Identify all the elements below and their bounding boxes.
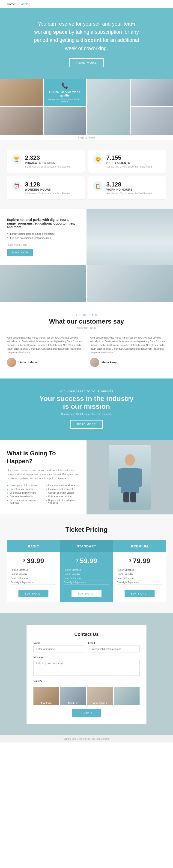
gallery-cell-7 [131, 107, 173, 135]
nav-landing[interactable]: Landing [20, 2, 30, 6]
explore-right-image [86, 209, 173, 265]
feature-basic-1: Hours Everyday [11, 572, 56, 576]
buy-ticket-standart-button[interactable]: BUY TICKET [71, 590, 102, 597]
explore-title: Explore national parks with digital tour… [7, 218, 79, 229]
feature-basic-2: Band Performance [11, 576, 56, 581]
testimonial-author-0: Linda Hudson [7, 358, 83, 367]
svg-rect-2 [118, 468, 123, 487]
what-section: What Is Going To Happen? Ut enim ad mini… [0, 440, 173, 515]
price-body-basic: $ 39.99 Person Entrance Hours Everyday B… [7, 552, 60, 602]
pricing-grid: Basic $ 39.99 Person Entrance Hours Ever… [7, 540, 166, 602]
price-amount-premium: $ 79.99 [117, 557, 162, 565]
what-item-r3: Duis aute irure dolor in [46, 495, 80, 499]
book-now-button[interactable]: BOOK NOW [7, 249, 33, 256]
what-item-r2: Ut enim ad minim veniam [46, 492, 80, 495]
buy-ticket-basic-button[interactable]: BUY TICKET [19, 590, 48, 597]
svg-rect-1 [120, 468, 139, 493]
author-name-1: Marta Perry [102, 361, 117, 364]
pricing-title: Ticket Pricing [7, 526, 166, 533]
contact-box: Contact Us Name Email Message Gallery Pa… [27, 625, 146, 724]
testimonials-freepik: Image from Freepik [7, 327, 166, 329]
cta-banner: Add more speed to your website Your succ… [0, 378, 173, 440]
what-list-right: Lorem ipsum dolor sit amet Excepteur sin… [46, 484, 80, 505]
contact-title: Contact Us [33, 632, 140, 637]
what-item-l1: Excepteur sint occaecat [7, 488, 41, 492]
hero-read-more-button[interactable]: READ MORE [69, 58, 104, 67]
testimonials-grid: Arcut sollicitudin arcues lepres highest… [7, 336, 166, 367]
landscape-grid [0, 265, 173, 302]
price-features-standart: Person Entrance Hours Everyday Band Perf… [64, 568, 109, 585]
what-item-l3: Duis aute irure dolor in [7, 495, 41, 499]
landscape-cell-2 [87, 265, 173, 302]
price-name-standart: Standart [64, 545, 109, 548]
stat-icon-2: ⏰ [11, 181, 22, 191]
stat-desc-1: Sample text. Click to select the Text El… [106, 165, 152, 168]
feature-premium-0: Person Entrance [117, 568, 162, 572]
stat-number-2: 3.128 [25, 181, 71, 188]
gallery-cell-1 [0, 79, 43, 106]
stat-card-3: 📋 3.128 WORKING HOURS Sample text. Click… [88, 176, 166, 199]
nav-home[interactable]: Home [7, 2, 15, 6]
name-input[interactable] [33, 646, 85, 652]
stat-label-3: WORKING HOURS [106, 188, 152, 191]
stat-label-1: HAPPY CLIENTS [106, 161, 152, 164]
hero-gallery: 📞 Our call service world quality Sample … [0, 79, 173, 135]
what-desc: Ut enim ad minim veniam, quis nostrud ex… [7, 468, 79, 480]
gallery-cell-6 [44, 107, 86, 135]
footer-label: Sample text. Click to select the Text El… [0, 735, 173, 742]
service-title: Our call service world quality [46, 90, 84, 97]
price-amount-standart: $ 59.99 [64, 557, 109, 565]
email-input[interactable] [88, 646, 140, 652]
what-item-l0: Lorem ipsum dolor sit amet [7, 484, 41, 488]
what-left: What Is Going To Happen? Ut enim ad mini… [0, 440, 86, 515]
explore-list: Lorem ipsum dolor sit amet, consectetur … [7, 232, 79, 240]
gallery-freepik-label: Image by Freepik [0, 135, 173, 140]
what-right-image [86, 440, 173, 515]
cta-read-more-button[interactable]: READ MORE [70, 420, 103, 429]
explore-section: Explore national parks with digital tour… [0, 209, 173, 265]
feature-standart-3: Day-Night Experience [64, 581, 109, 585]
avatar-marta [90, 358, 99, 367]
stat-card-1: 😊 7.155 HAPPY CLIENTS Sample text. Click… [88, 150, 166, 173]
email-form-group: Email [88, 642, 140, 652]
message-label: Message [33, 656, 140, 658]
submit-button[interactable]: SUBMIT [72, 709, 101, 717]
what-item-r1: Excepteur sint occaecat [46, 488, 80, 492]
buy-ticket-premium-button[interactable]: BUY TICKET [125, 590, 154, 597]
price-header-standart: Standart [60, 540, 113, 552]
gallery-cell-5 [0, 107, 43, 135]
what-item-l4: Reprehenderit in voluptate velit esse [7, 499, 41, 505]
avatar-linda [7, 358, 16, 367]
stats-section: 🏆 2,323 PROJECTS FINISHED Sample text. C… [0, 140, 173, 209]
explore-left: Explore national parks with digital tour… [0, 209, 86, 265]
stat-desc-0: Sample text. Click to select the Text El… [25, 165, 71, 168]
testimonials-label: Testimonials [7, 314, 166, 316]
gallery-thumb-label-0: Paul Swon [33, 702, 59, 704]
feature-standart-2: Band Performance [64, 576, 109, 581]
stat-number-0: 2,323 [25, 154, 71, 161]
testimonial-author-1: Marta Perry [90, 358, 166, 367]
service-icon: 📞 [61, 83, 68, 89]
testimonial-text-1: Arcut sollicitudin arcues lepres highest… [90, 336, 166, 354]
navigation: Home Landing [0, 0, 173, 8]
feature-premium-2: Band Performance [117, 576, 162, 581]
price-amount-basic: $ 39.99 [11, 557, 56, 565]
author-name-0: Linda Hudson [19, 361, 37, 364]
gallery-thumb-3 [114, 687, 140, 705]
message-textarea[interactable] [33, 660, 140, 676]
stat-card-2: ⏰ 3.128 WORKING HOURS Sample text. Click… [7, 176, 85, 199]
price-header-basic: Basic [7, 540, 60, 552]
svg-point-0 [125, 454, 135, 466]
stat-label-0: PROJECTS FINISHED [25, 161, 71, 164]
price-name-basic: Basic [11, 545, 56, 548]
gallery-cell-2-teal: 📞 Our call service world quality Sample … [44, 79, 86, 106]
feature-standart-1: Hours Everyday [64, 572, 109, 576]
testimonials-title: What our customers say [7, 318, 166, 325]
explore-item-0: Lorem ipsum dolor sit amet, consectetur [7, 232, 79, 236]
feature-premium-3: Day-Night Experience [117, 581, 162, 585]
stat-number-1: 7.155 [106, 154, 152, 161]
svg-rect-5 [130, 492, 136, 502]
email-label: Email [88, 642, 140, 644]
gallery-label: Gallery [33, 679, 140, 682]
name-label: Name [33, 642, 85, 644]
